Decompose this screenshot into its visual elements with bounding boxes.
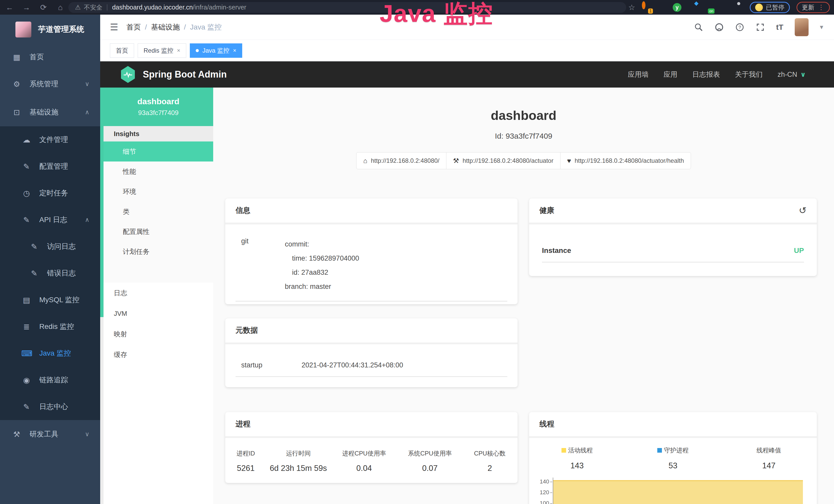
- legend-label: 活动线程: [568, 446, 593, 455]
- sba-item-mappings[interactable]: 映射: [104, 324, 213, 344]
- extension-dark-icon[interactable]: on: [704, 3, 712, 12]
- scrollbar-thumb[interactable]: [100, 88, 104, 317]
- sba-nav-journal[interactable]: 日志报表: [692, 70, 720, 79]
- metadata-card: 元数据 startup 2021-04-27T00:44:31.254+08:0…: [225, 318, 518, 387]
- tab-java-monitor[interactable]: Java 监控 ×: [190, 43, 242, 58]
- help-icon[interactable]: ?: [735, 23, 744, 32]
- sidebar-item-label: 访问日志: [47, 242, 76, 251]
- chevron-up-icon: ∧: [85, 216, 89, 223]
- browser-update-button[interactable]: 更新 ⋮: [796, 2, 830, 13]
- extension-grid-icon[interactable]: [688, 3, 697, 12]
- sidebar-item-home[interactable]: ▦ 首页: [0, 44, 100, 70]
- sba-item-environment[interactable]: 环境: [104, 182, 213, 202]
- back-icon[interactable]: ←: [4, 0, 15, 15]
- on-badge: on: [708, 8, 715, 14]
- service-url-button[interactable]: ⌂ http://192.168.0.2:48080/: [356, 152, 446, 169]
- sba-item-details[interactable]: 细节: [104, 141, 213, 161]
- sba-nav-wallboard[interactable]: 应用墙: [628, 70, 649, 79]
- computer-icon: ⌨: [21, 349, 31, 358]
- sidebar-item-access-log[interactable]: ✎ 访问日志: [0, 233, 100, 260]
- sidebar-item-system[interactable]: ⚙ 系统管理 ∨: [0, 70, 100, 98]
- process-card: 进程 进程ID 5261 运行时间 6d 23h 15m 59s 进程CPU使用…: [225, 412, 518, 483]
- sba-item-classes[interactable]: 类: [104, 202, 213, 222]
- app-logo-row[interactable]: 芋道管理系统: [0, 15, 100, 44]
- font-size-icon[interactable]: tT: [776, 23, 784, 31]
- close-icon[interactable]: ×: [177, 47, 180, 54]
- sidebar-item-label: API 日志: [39, 215, 67, 225]
- sba-brand[interactable]: Spring Boot Admin: [120, 66, 227, 83]
- hamburger-icon[interactable]: ☰: [110, 22, 118, 32]
- sidebar-item-redis-monitor[interactable]: ≣ Redis 监控: [0, 313, 100, 340]
- sidebar-item-error-log[interactable]: ✎ 错误日志: [0, 260, 100, 287]
- home-icon[interactable]: ⌂: [55, 0, 66, 15]
- user-avatar[interactable]: [795, 18, 809, 36]
- sba-item-metrics[interactable]: 性能: [104, 161, 213, 182]
- address-bar[interactable]: ⚠ 不安全 dashboard.yudao.iocoder.cn/infra/a…: [68, 2, 626, 13]
- extension-orange-icon[interactable]: 1: [642, 3, 651, 12]
- actuator-url-button[interactable]: ⚒ http://192.168.0.2:48080/actuator: [446, 152, 561, 169]
- health-url-button[interactable]: ♥ http://192.168.0.2:48080/actuator/heal…: [560, 152, 691, 169]
- extension-leaf-icon[interactable]: [719, 3, 728, 12]
- spring-boot-admin-logo-icon: [120, 66, 136, 83]
- update-label: 更新: [802, 3, 814, 12]
- git-commit-info: commit: time: 1596289704000 id: 27aa832 …: [285, 237, 359, 294]
- sba-item-logs[interactable]: 日志: [104, 283, 213, 303]
- legend-label: 线程峰值: [756, 446, 781, 455]
- sidebar-group-insights[interactable]: Insights: [104, 126, 213, 141]
- reload-icon[interactable]: ⟳: [38, 0, 49, 15]
- paused-extension-button[interactable]: 已暂停: [750, 2, 790, 13]
- sidebar-item-dev-tools[interactable]: ⚒ 研发工具 ∨: [0, 420, 100, 448]
- sidebar-scrollbar[interactable]: [100, 88, 104, 504]
- sidebar-item-scheduled-tasks[interactable]: ◷ 定时任务: [0, 180, 100, 206]
- instance-header[interactable]: dashboard 93a3fc7f7409: [104, 88, 213, 126]
- browser-menu-icon[interactable]: ⋮: [818, 3, 825, 11]
- active-dot-icon: [196, 49, 199, 52]
- sba-nav-about[interactable]: 关于我们: [735, 70, 763, 79]
- github-icon[interactable]: [715, 23, 724, 32]
- avatar-caret-icon[interactable]: ▾: [820, 23, 823, 31]
- close-icon[interactable]: ×: [233, 47, 236, 54]
- cloud-upload-icon: ☁: [21, 135, 31, 144]
- sidebar-item-file-manage[interactable]: ☁ 文件管理: [0, 126, 100, 153]
- sba-nav-applications[interactable]: 应用: [663, 70, 677, 79]
- chevron-up-icon: ∧: [85, 109, 89, 116]
- sba-item-jvm[interactable]: JVM: [104, 303, 213, 324]
- toolbox-icon: ⚒: [12, 430, 22, 439]
- sidebar-item-api-log[interactable]: ✎ API 日志 ∧: [0, 206, 100, 233]
- health-instance-row[interactable]: Instance UP: [542, 247, 804, 255]
- extension-blue-pin-icon[interactable]: [657, 3, 666, 12]
- sidebar-item-tracing[interactable]: ◉ 链路追踪: [0, 367, 100, 393]
- header-actions: ? tT ▾: [694, 18, 834, 36]
- locale-selector[interactable]: zh-CN ∨: [777, 71, 806, 78]
- tab-redis-monitor[interactable]: Redis 监控 ×: [138, 43, 186, 58]
- eye-icon: ◉: [21, 375, 31, 385]
- history-icon[interactable]: ↺: [799, 205, 807, 216]
- chevron-down-icon: ∨: [85, 81, 89, 88]
- sidebar-item-mysql-monitor[interactable]: ▤ MySQL 监控: [0, 287, 100, 313]
- security-warning-icon[interactable]: ⚠: [75, 4, 81, 11]
- service-url: http://192.168.0.2:48080/: [371, 157, 439, 164]
- sba-header: Spring Boot Admin 应用墙 应用 日志报表 关于我们 zh-CN…: [100, 61, 834, 88]
- sidebar-item-infra[interactable]: ⊡ 基础设施 ∧: [0, 98, 100, 126]
- tab-home[interactable]: 首页: [110, 43, 134, 58]
- extension-green-icon[interactable]: y: [673, 3, 681, 12]
- bookmark-star-icon[interactable]: ☆: [628, 3, 635, 12]
- sba-item-config-props[interactable]: 配置属性: [104, 222, 213, 242]
- breadcrumb-home[interactable]: 首页: [126, 22, 141, 32]
- sidebar-item-config-manage[interactable]: ✎ 配置管理: [0, 153, 100, 180]
- legend-value: 147: [721, 461, 817, 471]
- extension-puzzle-icon[interactable]: [734, 3, 743, 12]
- forward-icon[interactable]: →: [21, 0, 32, 15]
- sidebar-item-java-monitor[interactable]: ⌨ Java 监控: [0, 340, 100, 367]
- sidebar-item-label: 系统管理: [29, 79, 58, 89]
- sba-item-scheduled-tasks[interactable]: 计划任务: [104, 242, 213, 261]
- process-col-system-cpu: 系统CPU使用率 0.07: [398, 449, 462, 473]
- fullscreen-icon[interactable]: [756, 23, 765, 32]
- instance-url-buttons: ⌂ http://192.168.0.2:48080/ ⚒ http://192…: [213, 152, 834, 169]
- search-icon[interactable]: [694, 23, 703, 32]
- threads-card: 线程 活动线程 143 守护进程 53 线程峰值 147 140: [529, 412, 817, 504]
- breadcrumb-infra[interactable]: 基础设施: [151, 22, 180, 32]
- sba-item-caches[interactable]: 缓存: [104, 344, 213, 365]
- security-label[interactable]: 不安全: [84, 3, 102, 12]
- sidebar-item-log-center[interactable]: ✎ 日志中心: [0, 393, 100, 420]
